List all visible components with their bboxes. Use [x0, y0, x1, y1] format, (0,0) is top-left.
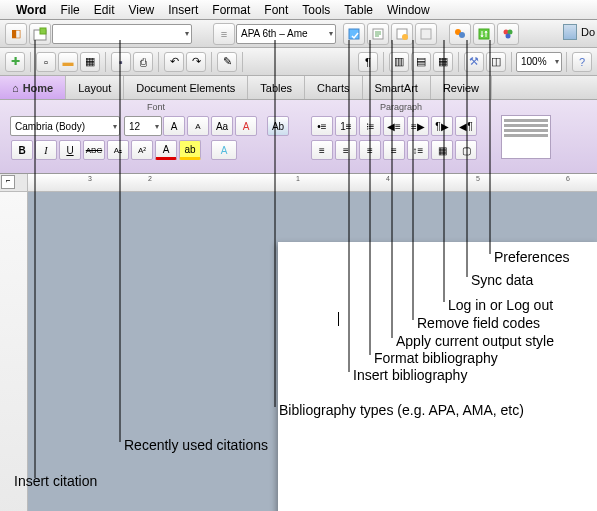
bullets-button[interactable]: •≡ [311, 116, 333, 136]
tab-charts[interactable]: Charts [305, 76, 362, 99]
bibliography-style-dropdown[interactable]: APA 6th – Ame [236, 24, 336, 44]
styles-group-title [500, 102, 552, 114]
line-spacing-button[interactable]: ↕≡ [407, 140, 429, 160]
menu-view[interactable]: View [128, 3, 154, 17]
tab-document-elements[interactable]: Document Elements [124, 76, 248, 99]
ltr-button[interactable]: ¶▶ [431, 116, 453, 136]
citation-toolbar: ◧ ≡ APA 6th – Ame [0, 20, 597, 48]
help-button[interactable]: ? [572, 52, 592, 72]
underline-button[interactable]: U [59, 140, 81, 160]
document-icon [563, 24, 577, 40]
menu-format[interactable]: Format [212, 3, 250, 17]
remove-field-codes-button[interactable] [415, 23, 437, 45]
new-from-template-button[interactable]: ▦ [80, 52, 100, 72]
mac-menubar: Word File Edit View Insert Format Font T… [0, 0, 597, 20]
window-title: Do [563, 24, 595, 40]
numbering-button[interactable]: 1≡ [335, 116, 357, 136]
tab-layout[interactable]: Layout [66, 76, 124, 99]
recent-citations-dropdown[interactable] [52, 24, 192, 44]
login-logout-button[interactable] [449, 23, 471, 45]
toolbox-button[interactable]: ⚒ [464, 52, 484, 72]
superscript-button[interactable]: A² [131, 140, 153, 160]
font-color-button[interactable]: A [155, 140, 177, 160]
align-center-button[interactable]: ≡ [335, 140, 357, 160]
menu-window[interactable]: Window [387, 3, 430, 17]
save-button[interactable]: ▪ [111, 52, 131, 72]
justify-button[interactable]: ≡ [383, 140, 405, 160]
svg-rect-1 [40, 28, 46, 34]
bibliography-types-button[interactable]: ≡ [213, 23, 235, 45]
multilevel-button[interactable]: ⁝≡ [359, 116, 381, 136]
zoom-dropdown[interactable]: 100% [516, 52, 562, 72]
shrink-font-button[interactable]: A [187, 116, 209, 136]
ribbon-body: Font Cambria (Body) 12 A A Aa A Ab B I U… [0, 100, 597, 174]
increase-indent-button[interactable]: ≡▶ [407, 116, 429, 136]
clear-formatting-button[interactable]: A [235, 116, 257, 136]
columns-button[interactable]: ▥ [389, 52, 409, 72]
tab-smartart[interactable]: SmartArt [363, 76, 431, 99]
borders-button[interactable]: ▢ [455, 140, 477, 160]
change-case-button[interactable]: Aa [211, 116, 233, 136]
paragraph-group-title: Paragraph [310, 102, 492, 114]
text-effects-button[interactable]: Ab [267, 116, 289, 136]
format-bibliography-button[interactable] [367, 23, 389, 45]
new-doc-button[interactable]: ✚ [5, 52, 25, 72]
menu-edit[interactable]: Edit [94, 3, 115, 17]
preferences-button[interactable] [497, 23, 519, 45]
redo-button[interactable]: ↷ [186, 52, 206, 72]
undo-button[interactable]: ↶ [164, 52, 184, 72]
tab-home[interactable]: ⌂Home [0, 76, 66, 99]
insert-bibliography-button[interactable] [343, 23, 365, 45]
home-icon: ⌂ [12, 82, 19, 94]
menu-tools[interactable]: Tools [302, 3, 330, 17]
bold-button[interactable]: B [11, 140, 33, 160]
svg-point-5 [402, 34, 408, 40]
show-paragraph-button[interactable]: ¶ [358, 52, 378, 72]
text-cursor [338, 312, 339, 326]
window-title-text: Do [581, 26, 595, 38]
media-browser-button[interactable]: ◫ [486, 52, 506, 72]
nav-pane-button[interactable]: ▤ [411, 52, 431, 72]
app-menu[interactable]: Word [16, 3, 46, 17]
print-button[interactable]: ⎙ [133, 52, 153, 72]
sync-data-button[interactable] [473, 23, 495, 45]
italic-button[interactable]: I [35, 140, 57, 160]
strikethrough-button[interactable]: ABC [83, 140, 105, 160]
font-size-dropdown[interactable]: 12 [124, 116, 162, 136]
menu-table[interactable]: Table [344, 3, 373, 17]
vertical-ruler[interactable] [0, 192, 28, 511]
apply-output-style-button[interactable] [391, 23, 413, 45]
gallery-button[interactable]: ▦ [433, 52, 453, 72]
ribbon-tabs: ⌂Home Layout Document Elements Tables Ch… [0, 76, 597, 100]
tab-review[interactable]: Review [431, 76, 492, 99]
horizontal-ruler[interactable]: 1 2 3 4 5 6 [28, 174, 597, 191]
new-button[interactable]: ▫ [36, 52, 56, 72]
styles-effects-button[interactable]: A [211, 140, 237, 160]
grow-font-button[interactable]: A [163, 116, 185, 136]
shading-button[interactable]: ▦ [431, 140, 453, 160]
menu-insert[interactable]: Insert [168, 3, 198, 17]
toolbar-settings-icon[interactable]: ◧ [5, 23, 27, 45]
svg-rect-6 [421, 29, 431, 39]
document-page[interactable] [278, 242, 597, 511]
styles-gallery[interactable] [501, 115, 551, 159]
font-name-dropdown[interactable]: Cambria (Body) [10, 116, 120, 136]
align-right-button[interactable]: ≡ [359, 140, 381, 160]
highlight-button[interactable]: ab [179, 140, 201, 160]
font-group-title: Font [10, 102, 302, 114]
menu-file[interactable]: File [60, 3, 79, 17]
format-painter-button[interactable]: ✎ [217, 52, 237, 72]
subscript-button[interactable]: A₂ [107, 140, 129, 160]
document-canvas[interactable] [28, 192, 597, 511]
align-left-button[interactable]: ≡ [311, 140, 333, 160]
tab-tables[interactable]: Tables [248, 76, 305, 99]
svg-point-8 [459, 32, 465, 38]
open-button[interactable]: ▬ [58, 52, 78, 72]
ruler-row: ⌐ 1 2 3 4 5 6 [0, 174, 597, 192]
menu-font[interactable]: Font [264, 3, 288, 17]
svg-rect-9 [479, 29, 489, 39]
insert-citation-button[interactable] [29, 23, 51, 45]
standard-toolbar: ✚ ▫ ▬ ▦ ▪ ⎙ ↶ ↷ ✎ ¶ ▥ ▤ ▦ ⚒ ◫ 100% ? [0, 48, 597, 76]
rtl-button[interactable]: ◀¶ [455, 116, 477, 136]
decrease-indent-button[interactable]: ◀≡ [383, 116, 405, 136]
